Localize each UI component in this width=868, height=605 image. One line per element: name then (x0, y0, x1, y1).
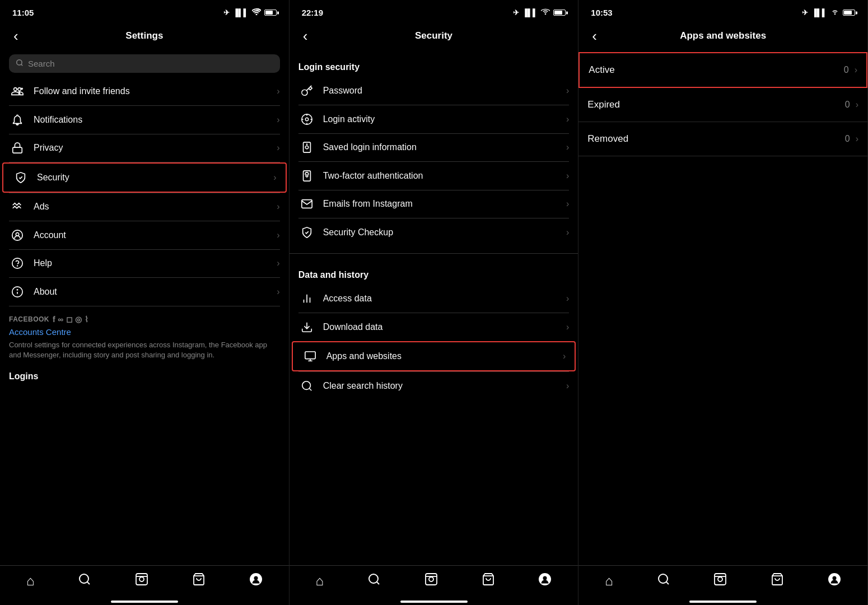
settings-item-help[interactable]: Help › (0, 249, 289, 277)
svg-line-48 (666, 582, 668, 584)
settings-item-security[interactable]: Security › (3, 164, 286, 192)
security-item-password[interactable]: Password › (290, 77, 578, 105)
password-label: Password (323, 86, 566, 96)
facebook-icon: f (53, 315, 55, 324)
settings-item-account[interactable]: Account › (0, 221, 289, 249)
security-item-emails[interactable]: Emails from Instagram › (290, 190, 578, 218)
apps-item-active[interactable]: Active 0 › (580, 53, 866, 87)
expired-label: Expired (587, 99, 844, 110)
saved-login-chevron: › (566, 142, 569, 152)
follow-label: Follow and invite friends (34, 86, 277, 96)
security-item-saved-login[interactable]: Saved login information › (290, 133, 578, 161)
nav-shop-2[interactable] (482, 573, 495, 589)
login-activity-chevron: › (566, 114, 569, 124)
security-item-login-activity[interactable]: Login activity › (290, 105, 578, 133)
battery-icon-2 (553, 10, 566, 16)
svg-point-50 (718, 577, 722, 581)
nav-profile-1[interactable] (249, 573, 263, 589)
back-button-3[interactable]: ‹ (587, 26, 601, 45)
emails-icon (298, 198, 315, 210)
security-item-download-data[interactable]: Download data › (290, 313, 578, 341)
password-chevron: › (566, 86, 569, 96)
home-indicator-1 (0, 601, 289, 605)
clear-history-icon (298, 380, 315, 392)
location-icon: ✈ (223, 8, 230, 17)
nav-bar-2: ‹ Security (290, 22, 578, 52)
nav-home-3[interactable]: ⌂ (605, 573, 613, 589)
download-data-chevron: › (566, 322, 569, 332)
location-icon-3: ✈ (802, 8, 808, 17)
access-data-label: Access data (323, 294, 566, 304)
settings-item-follow[interactable]: Follow and invite friends › (0, 77, 289, 105)
wifi-icon (252, 8, 261, 17)
nav-profile-3[interactable] (828, 573, 841, 589)
facebook-section: FACEBOOK f ∞ ◻ ◎ ⌇ Accounts Centre Contr… (0, 306, 289, 365)
nav-reels-1[interactable] (135, 573, 148, 589)
security-item-clear-history[interactable]: Clear search history › (290, 372, 578, 400)
fb-icons: f ∞ ◻ ◎ ⌇ (53, 315, 88, 324)
accounts-centre-link[interactable]: Accounts Centre (9, 327, 280, 337)
security-item-2fa[interactable]: Two-factor authentication › (290, 162, 578, 190)
settings-item-notifications[interactable]: Notifications › (0, 106, 289, 134)
back-button-1[interactable]: ‹ (9, 26, 23, 45)
login-activity-icon (298, 113, 315, 125)
home-indicator-3 (578, 601, 867, 605)
access-data-icon (298, 292, 315, 305)
nav-shop-1[interactable] (192, 573, 206, 589)
facebook-desc: Control settings for connected experienc… (9, 340, 280, 360)
apps-websites-icon (302, 350, 319, 362)
bottom-nav-3: ⌂ (578, 565, 867, 601)
settings-item-about[interactable]: About › (0, 278, 289, 306)
apps-websites-chevron: › (563, 351, 566, 361)
nav-reels-3[interactable] (713, 573, 727, 589)
security-item-checkup[interactable]: Security Checkup › (290, 218, 578, 246)
status-bar-1: 11:05 ✈ ▐▌▌ (0, 0, 289, 22)
whatsapp-icon: ◎ (75, 315, 82, 324)
ads-label: Ads (34, 202, 277, 212)
security-chevron: › (273, 173, 276, 183)
emails-chevron: › (566, 199, 569, 209)
help-icon (9, 257, 26, 269)
logins-header: Logins (0, 365, 289, 384)
back-button-2[interactable]: ‹ (298, 26, 312, 45)
bottom-nav-2: ⌂ (290, 565, 578, 601)
password-icon (298, 85, 315, 97)
notifications-label: Notifications (34, 115, 277, 125)
notifications-chevron: › (277, 115, 279, 125)
svg-point-0 (17, 60, 22, 65)
svg-point-8 (17, 266, 18, 266)
settings-item-ads[interactable]: Ads › (0, 193, 289, 221)
svg-point-19 (254, 576, 258, 580)
follow-icon (9, 85, 26, 97)
about-chevron: › (277, 287, 279, 297)
expired-count: 0 (845, 100, 850, 110)
settings-item-privacy[interactable]: Privacy › (0, 134, 289, 162)
active-count: 0 (844, 65, 849, 75)
nav-search-1[interactable] (78, 573, 91, 589)
svg-point-39 (369, 574, 378, 583)
apps-item-removed[interactable]: Removed 0 › (578, 122, 867, 156)
nav-search-3[interactable] (657, 573, 670, 589)
svg-rect-41 (426, 574, 437, 585)
checkup-chevron: › (566, 227, 569, 238)
nav-home-2[interactable]: ⌂ (316, 573, 324, 589)
apps-websites-label: Apps and websites (326, 351, 563, 361)
search-bar[interactable]: Search (9, 54, 280, 73)
time-3: 10:53 (591, 8, 612, 17)
nav-bar-3: ‹ Apps and websites (578, 22, 867, 52)
wifi-icon-3 (830, 8, 839, 17)
search-placeholder: Search (28, 59, 55, 68)
nav-reels-2[interactable] (424, 573, 438, 589)
nav-home-1[interactable]: ⌂ (26, 573, 35, 589)
nav-profile-2[interactable] (538, 573, 552, 589)
security-item-apps-websites[interactable]: Apps and websites › (293, 342, 575, 370)
privacy-icon (9, 142, 26, 154)
emails-label: Emails from Instagram (323, 199, 566, 209)
security-list: Login security Password › (290, 52, 578, 565)
apps-item-expired[interactable]: Expired 0 › (578, 88, 867, 122)
nav-shop-3[interactable] (771, 573, 784, 589)
security-item-access-data[interactable]: Access data › (290, 285, 578, 313)
panel-security: 22:19 ✈ ▐▌▌ ‹ Security Login security (290, 0, 579, 605)
login-activity-label: Login activity (323, 114, 566, 124)
nav-search-2[interactable] (367, 573, 381, 589)
